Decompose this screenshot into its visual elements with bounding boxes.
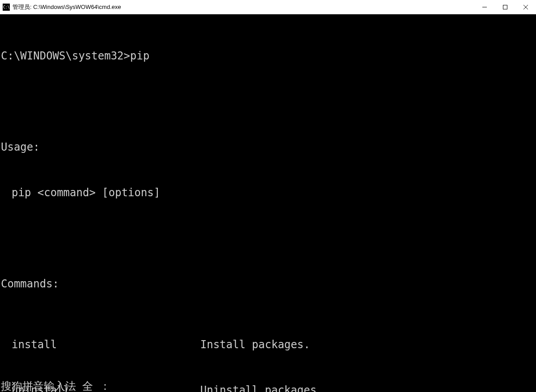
terminal-area[interactable]: C:\WINDOWS\system32>pip Usage: pip <comm… <box>0 14 536 392</box>
window-controls <box>474 0 536 14</box>
blank-line <box>0 231 536 246</box>
command-name: install <box>0 337 200 352</box>
minimize-button[interactable] <box>474 0 495 14</box>
titlebar[interactable]: C:\ 管理员: C:\Windows\SysWOW64\cmd.exe <box>0 0 536 14</box>
svg-rect-3 <box>503 5 507 9</box>
svg-text:C:\: C:\ <box>3 5 10 9</box>
window-title: 管理员: C:\Windows\SysWOW64\cmd.exe <box>13 3 474 11</box>
command-desc: Install packages. <box>200 337 536 352</box>
commands-header: Commands: <box>0 276 536 291</box>
cmd-icon: C:\ <box>3 4 10 11</box>
command-row: installInstall packages. <box>0 337 536 352</box>
usage-header: Usage: <box>0 139 536 155</box>
close-button[interactable] <box>515 0 536 14</box>
maximize-button[interactable] <box>495 0 515 14</box>
usage-line: pip <command> [options] <box>0 185 536 200</box>
command: pip <box>130 50 149 62</box>
command-desc: Uninstall packages. <box>200 383 536 392</box>
blank-line <box>0 94 536 109</box>
prompt-line: C:\WINDOWS\system32>pip <box>0 48 536 63</box>
prompt: C:\WINDOWS\system32> <box>1 50 130 62</box>
ime-indicator: 搜狗拼音输入法 全 ： <box>1 379 110 392</box>
